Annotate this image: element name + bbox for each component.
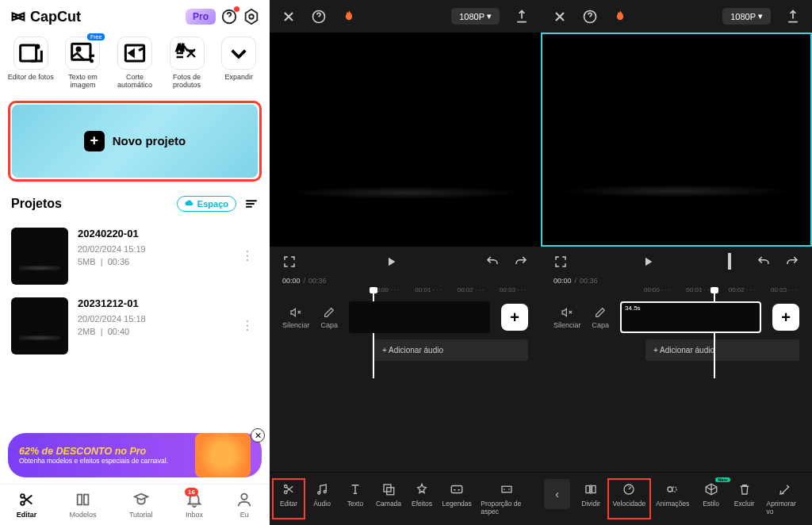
close-icon[interactable] (281, 9, 297, 25)
auto-cut-icon (117, 36, 152, 70)
tool-text-image[interactable]: Free Texto em imagem (59, 36, 106, 90)
project-menu-icon[interactable]: ⋮ (236, 313, 259, 338)
video-preview-selected[interactable] (541, 33, 812, 247)
tool-efeitos[interactable]: Efeitos (406, 479, 438, 519)
svg-point-10 (21, 501, 25, 505)
tool-aprimorar vo[interactable]: Aprimorar vo (762, 479, 809, 519)
tool-legendas[interactable]: Legendas (439, 479, 474, 519)
fire-icon[interactable] (341, 9, 357, 25)
free-badge: Free (87, 33, 105, 40)
enhance-icon (778, 482, 792, 496)
tool-excluir[interactable]: Excluir (729, 479, 760, 519)
new-project-button[interactable]: + Novo projeto (12, 105, 258, 178)
video-clip-selected[interactable]: 34.5s (620, 301, 761, 333)
project-name: 20231212-01 (78, 297, 227, 309)
video-preview[interactable] (270, 33, 541, 247)
effects-icon (415, 482, 429, 496)
keyframe-icon[interactable] (728, 255, 742, 269)
editor-topbar: 1080P ▾ (541, 0, 812, 33)
redo-icon[interactable] (514, 255, 528, 269)
cover-button[interactable]: Capa (321, 306, 339, 329)
timeline[interactable]: Silenciar Capa + + Adicionar áudio (270, 293, 541, 369)
close-icon[interactable] (552, 9, 568, 25)
capcut-icon (10, 8, 27, 25)
tool-label: Texto em imagem (59, 74, 106, 90)
resolution-button[interactable]: 1080P ▾ (722, 8, 771, 25)
tool-texto[interactable]: Texto (339, 479, 371, 519)
fullscreen-icon[interactable] (553, 255, 568, 269)
sort-icon[interactable] (244, 198, 259, 209)
mute-button[interactable]: Silenciar (282, 306, 310, 329)
tool-áudio[interactable]: Áudio (306, 479, 338, 519)
svg-rect-3 (20, 45, 36, 61)
project-menu-icon[interactable]: ⋮ (236, 243, 259, 268)
mute-icon (561, 306, 573, 319)
cover-button[interactable]: Capa (592, 306, 610, 329)
tool-product-photo[interactable]: AI Fotos de produtos (163, 36, 211, 90)
home-panel: CapCut Pro Editor de fotos Free Texto em… (0, 0, 270, 525)
play-icon[interactable] (641, 255, 655, 269)
tool-label: Animações (656, 500, 689, 508)
project-item[interactable]: 20240220-01 20/02/2024 15:19 5MB | 00:36… (0, 221, 270, 291)
help-icon[interactable] (311, 9, 327, 25)
pro-badge[interactable]: Pro (186, 9, 216, 25)
tool-camada[interactable]: Camada (373, 479, 404, 519)
tool-proporção de aspec[interactable]: Proporção de aspec (476, 479, 538, 519)
cloud-space-button[interactable]: Espaço (177, 196, 236, 212)
tool-label: Corte automático (111, 74, 159, 90)
tool-label: Proporção de aspec (481, 500, 533, 515)
tool-photo-editor[interactable]: Editor de fotos (7, 36, 55, 90)
project-date: 20/02/2024 15:19 (78, 244, 227, 254)
editor-panel-1: 1080P ▾ 00:00/00:36 00:00 · · ·00:01 · ·… (270, 0, 541, 525)
time-current: 00:00 (553, 277, 572, 285)
undo-icon[interactable] (756, 255, 771, 269)
svg-marker-1 (246, 10, 258, 24)
export-icon[interactable] (785, 9, 801, 25)
add-audio-track[interactable]: + Adicionar áudio (374, 339, 528, 361)
promo-banner[interactable]: 62% de DESCONTO no Pro Obtenha modelos e… (8, 433, 262, 477)
nav-label: Tutorial (129, 511, 153, 519)
nav-inbox[interactable]: 16 Inbox (186, 491, 203, 519)
tool-label: Áudio (313, 500, 331, 508)
nav-editar[interactable]: Editar (17, 491, 37, 519)
add-audio-track[interactable]: + Adicionar áudio (645, 339, 799, 361)
add-clip-button[interactable]: + (501, 304, 528, 331)
back-button[interactable]: ‹ (544, 479, 570, 509)
settings-icon[interactable] (243, 8, 260, 25)
nav-tutorial[interactable]: Tutorial (129, 491, 153, 519)
promo-close-button[interactable]: ✕ (251, 428, 265, 443)
help-icon[interactable] (582, 9, 598, 25)
resolution-button[interactable]: 1080P ▾ (451, 8, 500, 25)
time-current: 00:00 (282, 277, 301, 285)
help-icon[interactable] (220, 8, 238, 25)
nav-modelos[interactable]: Modelos (70, 491, 97, 519)
tool-editar[interactable]: Editar (273, 479, 304, 519)
mute-button[interactable]: Silenciar (553, 306, 581, 329)
cloud-icon (185, 199, 194, 209)
ruler-tick: 00:03 · · · (500, 286, 526, 293)
ruler-tick: 00:01 · · · (415, 286, 441, 293)
redo-icon[interactable] (785, 255, 799, 269)
play-icon[interactable] (384, 255, 398, 269)
editor-toolbar: ‹ Dividir Velocidade Animações New Estil… (541, 472, 812, 525)
fire-icon[interactable] (612, 9, 628, 25)
tool-animações[interactable]: Animações (652, 479, 694, 519)
nav-eu[interactable]: Eu (236, 491, 253, 519)
fullscreen-icon[interactable] (282, 255, 297, 269)
undo-icon[interactable] (485, 255, 500, 269)
quick-tools-row: Editor de fotos Free Texto em imagem Cor… (0, 33, 270, 96)
svg-rect-23 (592, 486, 596, 493)
svg-point-2 (249, 14, 254, 19)
export-icon[interactable] (514, 9, 530, 25)
tool-velocidade[interactable]: Velocidade (608, 479, 650, 519)
tool-auto-cut[interactable]: Corte automático (111, 36, 159, 90)
plus-icon: + (84, 131, 105, 151)
tool-expand[interactable]: Expandir (215, 36, 262, 90)
tool-estilo[interactable]: New Estilo (695, 479, 727, 519)
video-clip[interactable] (349, 301, 490, 333)
project-item[interactable]: 20231212-01 20/02/2024 15:18 2MB | 00:40… (0, 291, 270, 361)
tool-dividir[interactable]: Dividir (575, 479, 607, 519)
add-clip-button[interactable]: + (772, 304, 799, 331)
timeline[interactable]: Silenciar Capa 34.5s + + Adicionar áudio (541, 293, 812, 369)
new-project-label: Novo projeto (113, 134, 186, 148)
